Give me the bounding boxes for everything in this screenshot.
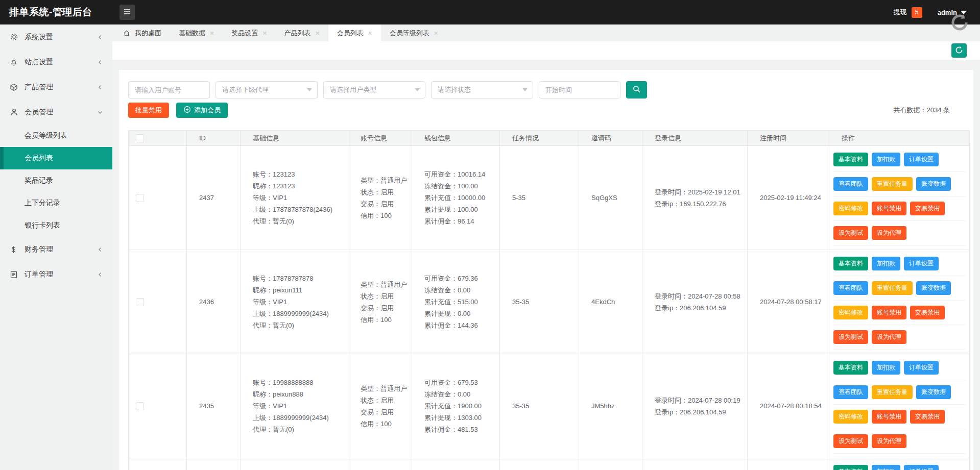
cell-wallet-info: 可用资金：679.53冻结资金：0.00累计充值：1900.00累计提现：130… [412, 354, 500, 458]
cell-line: JM5hbz [591, 400, 638, 412]
action-button[interactable]: 查看团队 [833, 385, 868, 399]
action-button[interactable]: 基本资料 [833, 153, 868, 166]
row-checkbox[interactable] [136, 194, 144, 202]
action-button[interactable]: 交易禁用 [910, 410, 945, 424]
cell-checkbox [129, 354, 187, 458]
add-member-button[interactable]: 添加会员 [176, 103, 228, 118]
sidebar-item[interactable]: 会员管理 [0, 100, 112, 125]
tab[interactable]: 会员等级列表 × [381, 24, 447, 41]
batch-disable-button[interactable]: 批量禁用 [128, 103, 169, 118]
action-button-line: 密码修改账号禁用交易禁用 [833, 202, 965, 221]
cell-line: 上级：1889999999(2434) [253, 308, 344, 319]
cell-line: 累计充值：10000.00 [424, 192, 495, 204]
withdraw-notification[interactable]: 提现 5 [894, 7, 922, 18]
cell-line: 等级：VIP1 [253, 192, 344, 204]
tab[interactable]: 产品列表 × [275, 24, 328, 41]
refresh-button[interactable] [951, 43, 967, 58]
sidebar-toggle-button[interactable] [119, 5, 135, 20]
sidebar-subitem[interactable]: 会员等级列表 [0, 125, 112, 147]
action-button[interactable]: 加扣款 [872, 361, 900, 375]
sidebar-item[interactable]: 产品管理 [0, 75, 112, 100]
action-button[interactable]: 设为测试 [833, 330, 868, 344]
row-checkbox[interactable] [136, 298, 144, 306]
action-button-line: 查看团队重置任务量账变数据 [833, 177, 965, 196]
secondary-bar [112, 41, 980, 60]
cell-checkbox [129, 458, 187, 470]
table-row: 2435 账号：19988888888昵称：peixun888等级：VIP1上级… [129, 354, 969, 458]
action-button[interactable]: 设为测试 [833, 434, 868, 448]
action-button[interactable]: 加扣款 [872, 465, 900, 470]
action-button[interactable]: 账变数据 [916, 281, 951, 295]
sidebar-subitem[interactable]: 银行卡列表 [0, 214, 112, 237]
tab-close-icon[interactable]: × [315, 30, 319, 37]
cell-actions: 基本资料加扣款订单设置查看团队重置任务量账变数据密码修改账号禁用交易禁用设为测试… [829, 250, 969, 354]
action-button[interactable]: 交易禁用 [910, 306, 945, 319]
cell-line: 登录时间：2024-07-28 00:58 [655, 290, 743, 302]
sidebar-item[interactable]: 站点设置 [0, 50, 112, 75]
tab[interactable]: 我的桌面 [114, 24, 170, 41]
sidebar-subitem[interactable]: 奖品记录 [0, 169, 112, 192]
action-button[interactable]: 密码修改 [833, 410, 868, 424]
action-button[interactable]: 账号禁用 [872, 410, 906, 424]
action-button[interactable]: 账号禁用 [872, 306, 906, 319]
tab-close-icon[interactable]: × [368, 30, 372, 37]
action-button[interactable]: 查看团队 [833, 281, 868, 295]
action-button[interactable]: 账号禁用 [872, 202, 906, 215]
action-button[interactable]: 订单设置 [904, 257, 939, 270]
action-button[interactable]: 基本资料 [833, 361, 868, 375]
cell-invite-code: SqGgXS [579, 146, 642, 250]
sidebar-subitem[interactable]: 上下分记录 [0, 192, 112, 214]
select-all-checkbox[interactable] [136, 134, 144, 142]
sidebar-item-label: 会员管理 [25, 108, 53, 117]
action-button[interactable]: 订单设置 [904, 465, 939, 470]
cell-line: 累计提现：100.00 [424, 204, 495, 215]
action-button[interactable]: 设为代理 [872, 226, 906, 240]
user-type-select[interactable]: 请选择用户类型 [323, 81, 425, 98]
tab[interactable]: 会员列表 × [328, 24, 381, 41]
cell-wallet-info [412, 458, 500, 470]
action-button[interactable]: 密码修改 [833, 306, 868, 319]
action-button[interactable]: 设为测试 [833, 226, 868, 240]
search-button[interactable] [626, 81, 647, 98]
column-header: 操作 [829, 131, 969, 145]
sidebar-item[interactable]: 财务管理 [0, 237, 112, 262]
sidebar-item[interactable]: 系统设置 [0, 24, 112, 50]
cell-line: 可用资金：679.53 [424, 377, 495, 388]
action-button[interactable]: 订单设置 [904, 153, 939, 166]
column-header: 基础信息 [241, 131, 348, 145]
account-search-input[interactable] [128, 81, 210, 98]
action-button[interactable]: 设为代理 [872, 330, 906, 344]
action-button[interactable]: 加扣款 [872, 257, 900, 270]
action-button-line: 密码修改账号禁用交易禁用 [833, 306, 965, 325]
action-button[interactable]: 基本资料 [833, 465, 868, 470]
tab-close-icon[interactable]: × [434, 30, 438, 37]
action-button[interactable]: 查看团队 [833, 177, 868, 191]
action-button[interactable]: 基本资料 [833, 257, 868, 270]
action-button[interactable]: 密码修改 [833, 202, 868, 215]
sidebar-item[interactable]: 订单管理 [0, 262, 112, 287]
cell-line: 等级：VIP1 [253, 296, 344, 308]
tab-close-icon[interactable]: × [262, 30, 267, 37]
cell-line: 累计提现：1303.00 [424, 412, 495, 424]
action-button[interactable]: 重置任务量 [872, 177, 913, 191]
action-button[interactable]: 订单设置 [904, 361, 939, 375]
action-button[interactable]: 加扣款 [872, 153, 900, 166]
cell-line: 冻结资金：100.00 [424, 180, 495, 192]
action-button[interactable]: 交易禁用 [910, 202, 945, 215]
app-title: 排单系统-管理后台 [0, 6, 112, 19]
status-select[interactable]: 请选择状态 [431, 81, 533, 98]
tab[interactable]: 基础数据 × [170, 24, 223, 41]
add-member-label: 添加会员 [194, 106, 221, 115]
action-button[interactable]: 重置任务量 [872, 281, 913, 295]
tab-close-icon[interactable]: × [210, 30, 214, 37]
sidebar-subitem[interactable]: 会员列表 [0, 147, 112, 169]
row-checkbox[interactable] [136, 402, 144, 410]
agent-select[interactable]: 请选择下级代理 [216, 81, 318, 98]
action-button[interactable]: 账变数据 [916, 385, 951, 399]
action-button[interactable]: 重置任务量 [872, 385, 913, 399]
action-button[interactable]: 账变数据 [916, 177, 951, 191]
action-button[interactable]: 设为代理 [872, 434, 906, 448]
start-time-input[interactable] [539, 81, 620, 98]
tab[interactable]: 奖品设置 × [223, 24, 275, 41]
chevron-icon [97, 246, 103, 253]
